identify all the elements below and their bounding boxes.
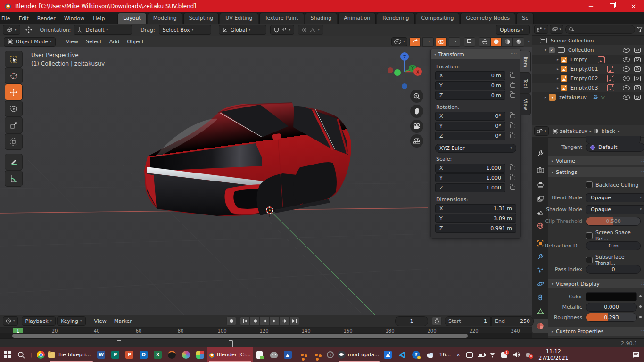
taskbar-app-orange-dots-icon[interactable] [295, 347, 309, 362]
shading-rendered-icon[interactable] [513, 37, 524, 47]
outliner-search-input[interactable] [565, 25, 635, 34]
hide-eye-icon[interactable] [623, 57, 630, 62]
panel-grip-icon[interactable]: ∷∷ [511, 52, 517, 57]
proportional-editing-toggle[interactable]: ▾ [298, 25, 323, 35]
tray-volume-icon[interactable] [510, 347, 522, 362]
ssr-checkbox[interactable] [586, 232, 593, 239]
end-frame-field[interactable]: End250 [491, 316, 534, 326]
hide-eye-icon[interactable] [623, 95, 630, 100]
keying-menu[interactable]: Keying▾ [57, 316, 85, 326]
lock-scale-z-icon[interactable] [510, 186, 515, 190]
timeline-view-menu[interactable]: View [91, 318, 110, 324]
outliner-filter-dropdown[interactable]: ▾ [550, 25, 564, 34]
custom-properties-panel-header[interactable]: ▸Custom Properties∷∷ [548, 327, 644, 336]
hide-eye-icon[interactable] [623, 66, 630, 72]
close-button[interactable]: × [623, 0, 644, 12]
play-button[interactable] [270, 316, 280, 326]
workspace-tab-texturepaint[interactable]: Texture Paint [259, 13, 304, 24]
volume-panel-header[interactable]: ▸Volume∷∷ [548, 156, 644, 165]
outliner-row-scene-collection[interactable]: Scene Collection [532, 36, 644, 45]
collection-checkbox[interactable]: ✓ [549, 47, 555, 53]
disable-render-icon[interactable] [634, 57, 641, 62]
jump-start-button[interactable] [240, 316, 250, 326]
photos-icon[interactable] [381, 347, 395, 362]
location-x-field[interactable]: X0 m [435, 71, 505, 80]
tray-wifi-icon[interactable] [487, 347, 498, 362]
prev-keyframe-button[interactable] [250, 316, 260, 326]
dimensions-y-field[interactable]: Y3.09 m [435, 214, 516, 223]
outlook-icon[interactable]: O [137, 347, 151, 362]
tray-snip-icon[interactable] [464, 347, 475, 362]
start-button[interactable] [0, 347, 14, 362]
taskbar-app-colorful-icon[interactable] [193, 347, 207, 362]
snap-settings-icon[interactable] [279, 27, 287, 33]
rotation-y-field[interactable]: Y0° [435, 122, 505, 131]
workspace-tab-animation[interactable]: Animation [338, 13, 376, 24]
taskbar-blender-button[interactable]: Blender [C:... [207, 347, 253, 362]
tab-render-icon[interactable] [532, 164, 548, 176]
pivot-dropdown[interactable]: Global ▾ [219, 25, 266, 35]
workspace-tab-uvediting[interactable]: UV Editing [220, 13, 258, 24]
breadcrumb-object-name[interactable]: zeitakusuv [560, 128, 588, 134]
mode-dropdown[interactable]: Object Mode ▾ [4, 37, 56, 47]
editor-type-select[interactable]: ▾ [3, 25, 20, 35]
animate-dot-icon[interactable] [639, 305, 642, 308]
outliner-row-empty-003[interactable]: ▸ Empty.003 [532, 83, 644, 92]
expand-caret-icon[interactable]: ▾ [545, 48, 546, 52]
taskbar-app-orange-dots-icon[interactable] [309, 347, 323, 362]
taskbar-search-button[interactable] [14, 347, 28, 362]
orientation-dropdown[interactable]: Default ▾ [74, 25, 132, 35]
lock-scale-x-icon[interactable] [510, 166, 515, 170]
workspace-tab-rendering[interactable]: Rendering [377, 13, 414, 24]
word-icon[interactable]: W [94, 347, 108, 362]
disable-render-icon[interactable] [634, 66, 641, 72]
settings-panel-header[interactable]: ▾Settings∷∷ [548, 167, 644, 177]
viewport-menu-add[interactable]: Add [106, 39, 123, 45]
taskbar-folder-button[interactable]: the-bluepri... [48, 347, 94, 362]
disable-render-icon[interactable] [634, 95, 641, 100]
clip-threshold-slider[interactable]: 0.500 [586, 217, 641, 226]
outliner-display-mode-dropdown[interactable]: ▾ [534, 25, 548, 34]
menu-render[interactable]: Render [33, 14, 60, 24]
zoom-button[interactable] [410, 90, 423, 103]
drag-dropdown[interactable]: Select Box ▾ [159, 25, 211, 35]
metallic-field[interactable]: 0.000 [586, 303, 637, 312]
taskbar-discord-button[interactable]: mod-upda... [338, 347, 381, 362]
excel-icon[interactable]: X [151, 347, 165, 362]
refraction-depth-field[interactable]: 0 m [586, 241, 641, 250]
cursor-tool[interactable] [5, 67, 23, 84]
shading-dropdown[interactable]: ▾ [528, 40, 530, 43]
hide-eye-icon[interactable] [623, 48, 630, 53]
annotate-tool[interactable] [5, 154, 23, 170]
viewport-menu-select[interactable]: Select [82, 39, 106, 45]
disable-render-icon[interactable] [634, 85, 641, 90]
tab-output-icon[interactable] [532, 179, 548, 191]
workspace-tab-sculpting[interactable]: Sculpting [183, 13, 219, 24]
gimp-icon[interactable] [267, 347, 281, 362]
current-frame-field[interactable]: 1 [395, 316, 428, 326]
timeline-editor-type-dropdown[interactable]: ▾ [3, 316, 18, 326]
minimize-button[interactable]: — [580, 0, 602, 12]
jump-end-button[interactable] [289, 316, 299, 326]
pan-hand-button[interactable] [410, 105, 423, 118]
backface-culling-row[interactable]: Backface Culling [586, 181, 638, 188]
suv-model[interactable] [144, 103, 351, 216]
animate-dot-icon[interactable] [639, 316, 642, 318]
menu-window[interactable]: Window [60, 14, 89, 24]
taskbar-app-dark-orange-icon[interactable] [165, 347, 179, 362]
weather-temp-label[interactable]: 16... [439, 352, 451, 358]
snap-toggle[interactable]: ▾ [270, 25, 295, 35]
transform-panel-header[interactable]: ▾ Transform ∷∷ [431, 49, 520, 59]
outliner-row-zeitakusuv[interactable]: ▸ ▾ zeitakusuv ▽ [532, 92, 644, 102]
overlays-toggle[interactable] [436, 37, 447, 47]
taskbar-app-palette-icon[interactable] [179, 347, 193, 362]
viewport-menu-view[interactable]: View [62, 39, 82, 45]
start-frame-field[interactable]: Start1 [445, 316, 491, 326]
tab-modifiers-icon[interactable] [532, 250, 548, 263]
tab-material-icon[interactable] [532, 319, 548, 333]
gizmo-dropdown[interactable]: ▾ [422, 37, 434, 47]
camera-view-button[interactable] [410, 120, 423, 133]
rotate-tool[interactable] [5, 100, 23, 117]
viewport-color-swatch[interactable] [586, 292, 637, 301]
sidebar-tab-item[interactable]: Item [520, 51, 531, 73]
